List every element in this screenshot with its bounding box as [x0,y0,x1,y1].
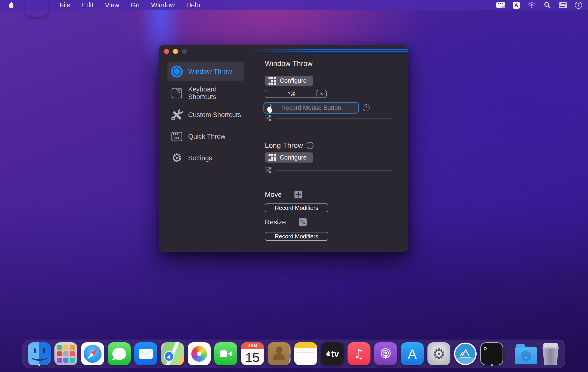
divider [275,170,392,171]
menu-finder[interactable]: Finder [25,0,48,17]
dock-system-preferences-icon[interactable]: ⚙ [428,342,451,366]
divider [275,118,392,119]
command-key-icon: ⌘ [170,87,184,100]
main-content: Window Throw Configure ^⌘ × Record Mouse… [265,45,405,252]
shortcut-row: ^⌘ × [265,90,327,98]
move-record-modifiers-button[interactable]: Record Modifiers [265,203,328,212]
dock-separator [509,343,509,364]
sliders-icon[interactable] [265,167,272,173]
grid-icon [269,77,276,85]
sidebar-item-label: Window Throw [188,68,232,76]
record-mouse-button-field[interactable]: Record Mouse Button [263,102,359,114]
sidebar-item-label: Custom Shortcuts [188,111,241,119]
menu-bar: Finder File Edit View Go Window Help A [0,0,588,10]
sidebar-item-custom-shortcuts[interactable]: Custom Shortcuts [168,105,244,124]
apple-menu-icon[interactable] [8,2,14,9]
calendar-day: 15 [241,349,264,365]
sidebar-item-window-throw[interactable]: Window Throw [168,62,244,81]
dock-launchpad-icon[interactable] [54,342,77,366]
app-window: Window Throw ⌘ Keyboard Shortcuts Cu [159,45,408,252]
dock-facetime-icon[interactable] [214,342,237,366]
clock-icon[interactable]: 7 [575,2,582,9]
menu-bar-left: Finder File Edit View Go Window Help [0,0,200,17]
menu-window[interactable]: Window [151,1,175,9]
sliders-icon[interactable] [265,115,272,121]
control-center-icon[interactable] [559,2,567,8]
mouse-icon [267,104,273,113]
wifi-warning-icon[interactable] [528,2,536,9]
menu-go[interactable]: Go [131,1,140,9]
dock-apple-tv-icon[interactable]: tv [321,342,344,366]
mountain-icon [454,343,477,365]
input-source-icon[interactable]: A [513,2,520,9]
desktop: Finder File Edit View Go Window Help A [0,0,588,372]
sidebar: Window Throw ⌘ Keyboard Shortcuts Cu [168,62,244,170]
menu-help[interactable]: Help [186,1,200,9]
menu-bar-status: A [496,1,588,9]
menu-edit[interactable]: Edit [82,1,94,9]
dock-finder-icon[interactable] [28,342,51,366]
dock-messages-icon[interactable] [108,342,131,366]
long-throw-configure-button[interactable]: Configure [265,153,313,163]
dock-music-icon[interactable]: ♫ [347,342,370,366]
resize-row: Resize [265,218,307,226]
window-throw-heading: Window Throw [265,60,313,68]
traffic-lights [164,49,187,54]
sidebar-item-quick-throw[interactable]: Quick Throw [168,127,244,146]
long-throw-heading: Long Throw i [265,142,314,150]
clear-shortcut-button[interactable]: × [316,90,327,98]
sidebar-item-label: Quick Throw [188,133,225,140]
dock-downloads-icon[interactable]: ↓ [515,342,537,366]
close-button[interactable] [164,49,169,54]
dock: JAN 15 tv ♫ [22,339,565,368]
dock-window-app-icon[interactable] [454,342,477,366]
window-throw-icon [170,65,184,78]
dock-photos-icon[interactable] [188,342,211,366]
search-icon[interactable] [544,1,551,9]
apple-logo-small [326,351,330,357]
resize-arrow-icon[interactable] [299,218,307,226]
configure-button[interactable]: Configure [265,76,313,86]
wrench-ruler-icon [170,108,184,121]
move-row: Move [265,191,302,198]
dock-terminal-icon[interactable]: >_ [480,342,503,366]
zoom-button-disabled [182,49,187,54]
dock-app-store-icon[interactable]: A [401,342,424,366]
gear-icon: ⚙ [170,151,184,165]
shortcut-field[interactable]: ^⌘ [265,90,318,98]
grid-icon [269,154,276,161]
quick-throw-icon [170,130,184,143]
menu-file[interactable]: File [60,1,71,9]
dock-safari-icon[interactable] [81,342,104,366]
dock-contacts-icon[interactable] [268,342,291,366]
dock-calendar-icon[interactable]: JAN 15 [241,342,264,366]
resize-record-modifiers-button[interactable]: Record Modifiers [265,232,328,241]
calendar-month: JAN [241,342,264,349]
app-window-dots-icon[interactable] [496,2,505,8]
sidebar-item-settings[interactable]: ⚙ Settings [168,148,244,168]
minimize-button[interactable] [173,49,178,54]
move-label: Move [265,191,282,198]
sidebar-item-keyboard-shortcuts[interactable]: ⌘ Keyboard Shortcuts [168,83,244,103]
sidebar-item-label: Settings [188,154,212,162]
dock-notes-icon[interactable] [294,342,317,366]
download-arrow-icon: ↓ [521,350,531,361]
resize-label: Resize [265,218,286,226]
move-arrows-icon[interactable] [294,191,302,198]
dock-mail-icon[interactable] [134,342,157,366]
info-icon[interactable]: i [307,142,314,149]
sidebar-item-label: Keyboard Shortcuts [188,86,242,101]
menu-view[interactable]: View [105,1,119,9]
dock-trash-icon[interactable] [541,342,560,366]
info-icon[interactable]: i [363,104,369,111]
dock-podcasts-icon[interactable] [374,342,397,366]
dock-maps-icon[interactable] [161,342,184,366]
